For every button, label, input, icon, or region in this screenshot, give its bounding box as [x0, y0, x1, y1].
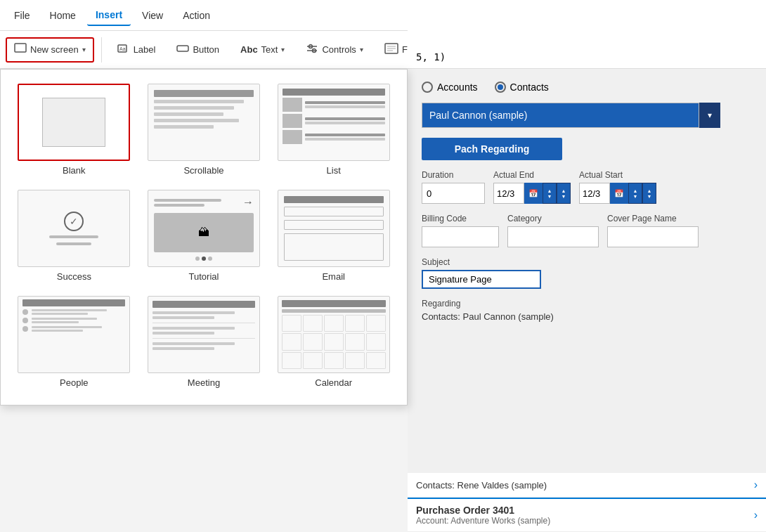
- contact-select-box[interactable]: Paul Cannon (sample): [422, 103, 699, 128]
- cal-cell-12: [303, 352, 323, 369]
- menu-home[interactable]: Home: [41, 6, 84, 25]
- menu-insert[interactable]: Insert: [87, 5, 131, 26]
- cover-page-input[interactable]: [607, 226, 699, 247]
- cal-cell-6: [282, 333, 301, 350]
- actual-start-time-stepper2[interactable]: ▲ ▼: [642, 183, 656, 204]
- category-label: Category: [507, 214, 599, 223]
- tutorial-image: 🏔: [154, 213, 254, 252]
- cover-page-group: Cover Page Name: [607, 214, 699, 247]
- scroll-top: [154, 90, 254, 97]
- list-line-2: [305, 105, 385, 108]
- controls-label: Controls: [322, 44, 356, 55]
- pach-regarding-button[interactable]: Pach Regarding: [422, 138, 562, 160]
- list-preview: [278, 84, 389, 160]
- cal-cell-15: [366, 352, 386, 369]
- list-row-1: [283, 98, 385, 112]
- template-meeting-thumb: [148, 296, 260, 373]
- list-item-1[interactable]: Purchase Order 3401 Account: Adventure W…: [408, 498, 766, 532]
- list-lines-2: [305, 117, 385, 124]
- people-lines-2: [32, 318, 125, 323]
- template-calendar[interactable]: Calendar: [277, 296, 390, 388]
- text-button[interactable]: Abc Text ▾: [232, 39, 293, 60]
- svg-rect-3: [177, 46, 188, 51]
- subject-input[interactable]: Signature Page: [422, 270, 541, 289]
- subject-label: Subject: [422, 257, 752, 267]
- menu-file[interactable]: File: [6, 6, 39, 25]
- radio-accounts[interactable]: Accounts: [422, 82, 478, 93]
- template-email[interactable]: Email: [277, 190, 390, 282]
- template-blank[interactable]: Blank: [18, 84, 131, 176]
- menu-view[interactable]: View: [134, 6, 171, 25]
- controls-button[interactable]: Controls ▾: [297, 37, 371, 63]
- template-list[interactable]: List: [277, 84, 390, 176]
- list-line-5: [305, 134, 385, 136]
- success-line-2: [56, 242, 91, 245]
- contact-select-chevron[interactable]: ▾: [699, 103, 720, 128]
- text-label: Text: [261, 44, 278, 55]
- list-item-1-content: Purchase Order 3401 Account: Adventure W…: [416, 505, 550, 526]
- blank-preview: [42, 98, 105, 147]
- people-dot-2: [22, 318, 28, 323]
- list-lines-3: [305, 134, 385, 141]
- dot-1: [195, 257, 200, 261]
- people-row-3: [22, 326, 125, 332]
- actual-start-date-input[interactable]: [579, 183, 610, 204]
- template-meeting[interactable]: Meeting: [148, 296, 261, 388]
- cal-cell-4: [345, 315, 365, 332]
- scroll-bot: [154, 106, 234, 110]
- actual-end-date-group: 📅 ▲ ▼ ▲ ▼: [493, 183, 571, 204]
- meeting-line-4: [152, 332, 214, 335]
- menu-action[interactable]: Action: [174, 6, 219, 25]
- list-row-2: [283, 114, 385, 128]
- success-preview: ✓: [18, 190, 129, 266]
- start-stepper-down2: ▼: [647, 194, 652, 199]
- label-icon: Aa: [117, 43, 130, 57]
- scroll-mid3: [154, 125, 214, 129]
- actual-start-calendar-btn[interactable]: 📅: [610, 183, 628, 204]
- calendar-preview: [278, 297, 389, 372]
- forms-icon: [384, 43, 398, 57]
- contacts-radio-inner: [498, 84, 503, 90]
- list-line-4: [305, 122, 385, 124]
- form-area: Accounts Contacts Paul Cannon (sample) ▾…: [408, 69, 766, 335]
- category-input[interactable]: [507, 226, 599, 247]
- new-screen-label: New screen: [30, 44, 79, 55]
- duration-group: Duration: [422, 170, 485, 204]
- stepper-down: ▼: [547, 194, 552, 199]
- list-item-0-name: Contacts: Rene Valdes (sample): [416, 480, 547, 491]
- meeting-line-2: [152, 316, 214, 319]
- list-item-0[interactable]: Contacts: Rene Valdes (sample) ›: [408, 473, 766, 498]
- label-button[interactable]: Aa Label: [109, 37, 164, 63]
- actual-end-date-input[interactable]: [493, 183, 524, 204]
- success-check-icon: ✓: [64, 212, 84, 231]
- tutorial-arrow: →: [242, 196, 254, 209]
- template-scrollable[interactable]: Scrollable: [148, 84, 261, 176]
- new-screen-button[interactable]: New screen ▾: [6, 37, 94, 63]
- stepper-up: ▲: [547, 188, 552, 193]
- list-row-3: [283, 130, 385, 144]
- cal-cell-1: [282, 315, 301, 332]
- billing-code-input[interactable]: [422, 226, 499, 247]
- cal-cell-2: [303, 315, 323, 332]
- template-success[interactable]: ✓ Success: [18, 190, 131, 282]
- actual-end-time-stepper2[interactable]: ▲ ▼: [557, 183, 571, 204]
- people-row-1: [22, 309, 125, 315]
- people-rline-6: [32, 330, 83, 332]
- pach-btn-row: Pach Regarding: [422, 138, 752, 160]
- actual-end-calendar-btn[interactable]: 📅: [524, 183, 543, 204]
- scroll-bot2: [154, 119, 239, 122]
- actual-end-time-stepper[interactable]: ▲ ▼: [543, 183, 557, 204]
- meeting-preview: [148, 297, 259, 372]
- radio-contacts[interactable]: Contacts: [495, 82, 549, 93]
- contact-select-value: Paul Cannon (sample): [429, 110, 527, 121]
- formula-area: 5, 1): [408, 0, 766, 69]
- template-people[interactable]: People: [18, 296, 131, 388]
- duration-input[interactable]: [422, 183, 485, 204]
- people-rline-1: [32, 309, 106, 311]
- template-tutorial[interactable]: → 🏔 Tutorial: [148, 190, 261, 282]
- billing-fields-row: Billing Code Category Cover Page Name: [422, 214, 752, 247]
- button-button[interactable]: Button: [168, 37, 228, 63]
- stepper-down2: ▼: [561, 194, 566, 199]
- actual-start-time-stepper[interactable]: ▲ ▼: [628, 183, 642, 204]
- list-lines-1: [305, 101, 385, 108]
